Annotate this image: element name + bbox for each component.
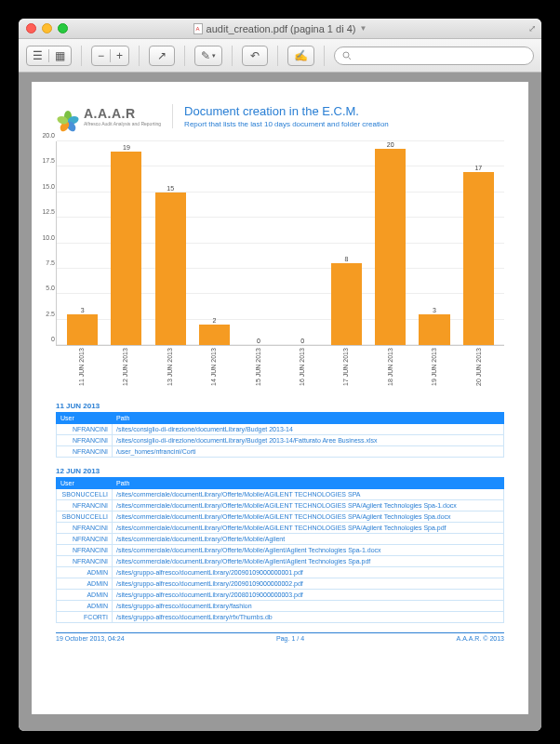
logo-mark bbox=[56, 104, 80, 128]
cell-path: /sites/gruppo-alfresco/documentLibrary/2… bbox=[113, 590, 504, 601]
chart-bar: 19 bbox=[104, 141, 148, 345]
cell-user: SBONUCCELLI bbox=[57, 512, 113, 523]
chart-bar: 0 bbox=[280, 141, 324, 345]
chart-bar: 20 bbox=[368, 141, 412, 345]
col-path: Path bbox=[113, 478, 504, 489]
section-date: 12 JUN 2013 bbox=[56, 467, 504, 475]
table-row: SBONUCCELLI/sites/commerciale/documentLi… bbox=[57, 512, 504, 523]
logo-text: A.A.A.R bbox=[84, 106, 161, 121]
cell-user: NFRANCINI bbox=[57, 534, 113, 545]
col-user: User bbox=[57, 478, 113, 489]
svg-line-1 bbox=[349, 57, 352, 60]
table-row: ADMIN/sites/gruppo-alfresco/documentLibr… bbox=[57, 601, 504, 612]
cell-user: NFRANCINI bbox=[57, 500, 113, 512]
document-subtitle: Report that lists the last 10 days docum… bbox=[184, 120, 389, 128]
cell-path: /sites/gruppo-alfresco/documentLibrary/f… bbox=[113, 601, 504, 612]
title-dropdown-icon[interactable]: ▼ bbox=[359, 24, 367, 33]
document-title: Document creation in the E.C.M. bbox=[184, 104, 389, 118]
cell-path: /sites/gruppo-alfresco/documentLibrary/2… bbox=[113, 578, 504, 590]
document-title-block: Document creation in the E.C.M. Report t… bbox=[184, 104, 389, 128]
cell-path: /sites/commerciale/documentLibrary/Offer… bbox=[113, 500, 504, 512]
table-row: ADMIN/sites/gruppo-alfresco/documentLibr… bbox=[57, 578, 504, 590]
search-input[interactable] bbox=[334, 46, 534, 65]
cell-path: /sites/gruppo-alfresco/documentLibrary/2… bbox=[113, 567, 504, 578]
col-user: User bbox=[57, 413, 113, 424]
cell-user: ADMIN bbox=[57, 567, 113, 578]
cell-path: /sites/commerciale/documentLibrary/Offer… bbox=[113, 489, 504, 500]
table-row: ADMIN/sites/gruppo-alfresco/documentLibr… bbox=[57, 567, 504, 578]
creation-chart: 02.55.07.510.012.515.017.520.03191520082… bbox=[56, 141, 504, 346]
chart-bar: 0 bbox=[236, 141, 280, 345]
audit-table: UserPathNFRANCINI/sites/consiglio-di-dir… bbox=[56, 412, 504, 458]
cell-path: /sites/consiglio-di-direzione/documentLi… bbox=[113, 424, 504, 435]
cell-user: SBONUCCELLI bbox=[57, 489, 113, 500]
search-icon bbox=[342, 51, 352, 60]
zoom-out-icon[interactable]: − bbox=[92, 49, 111, 62]
table-row: NFRANCINI/sites/commerciale/documentLibr… bbox=[57, 534, 504, 545]
cell-path: /sites/commerciale/documentLibrary/Offer… bbox=[113, 556, 504, 567]
document-viewport[interactable]: A.A.A.R Alfresco Audit Analysis and Repo… bbox=[19, 73, 541, 731]
table-row: NFRANCINI/sites/commerciale/documentLibr… bbox=[57, 523, 504, 534]
table-row: NFRANCINI/sites/commerciale/documentLibr… bbox=[57, 545, 504, 556]
col-path: Path bbox=[113, 413, 504, 424]
table-row: NFRANCINI/sites/consiglio-di-direzione/d… bbox=[57, 424, 504, 435]
cell-user: NFRANCINI bbox=[57, 435, 113, 446]
cell-user: ADMIN bbox=[57, 590, 113, 601]
report-header: A.A.A.R Alfresco Audit Analysis and Repo… bbox=[56, 104, 504, 128]
table-row: ADMIN/sites/gruppo-alfresco/documentLibr… bbox=[57, 590, 504, 601]
table-row: SBONUCCELLI/sites/commerciale/documentLi… bbox=[57, 489, 504, 500]
logo: A.A.A.R Alfresco Audit Analysis and Repo… bbox=[56, 104, 161, 128]
view-mode-group[interactable]: ☰ ▦ bbox=[26, 46, 72, 66]
chart-bar: 3 bbox=[60, 141, 104, 345]
cell-path: /sites/consiglio-di-direzione/documentLi… bbox=[113, 435, 504, 446]
rotate-icon: ↶ bbox=[250, 49, 260, 62]
share-button[interactable]: ↗ bbox=[149, 46, 175, 66]
cell-path: /sites/gruppo-alfresco/documentLibrary/r… bbox=[113, 612, 504, 623]
cell-user: ADMIN bbox=[57, 578, 113, 590]
cell-user: FCORTI bbox=[57, 612, 113, 623]
chart-bar: 2 bbox=[193, 141, 236, 345]
cell-path: /sites/commerciale/documentLibrary/Offer… bbox=[113, 523, 504, 534]
title-text: audit_creation.pdf (pagina 1 di 4) bbox=[207, 23, 356, 34]
highlight-button[interactable]: ✎▾ bbox=[194, 46, 222, 66]
page-footer: 19 October 2013, 04:24 Pag. 1 / 4 A.A.A.… bbox=[56, 632, 504, 642]
table-row: NFRANCINI/sites/commerciale/documentLibr… bbox=[57, 500, 504, 512]
cell-user: ADMIN bbox=[57, 601, 113, 612]
highlight-icon: ✎ bbox=[201, 49, 210, 62]
chart-bar: 15 bbox=[149, 141, 193, 345]
cell-path: /user_homes/nfrancini/Corti bbox=[113, 446, 504, 458]
chart-bar: 8 bbox=[325, 141, 368, 345]
app-window: A audit_creation.pdf (pagina 1 di 4) ▼ ⤢… bbox=[19, 19, 541, 731]
logo-subtitle: Alfresco Audit Analysis and Reporting bbox=[84, 121, 161, 126]
toolbar: ☰ ▦ − + ↗ ✎▾ ↶ ✍ bbox=[19, 39, 541, 73]
cell-user: NFRANCINI bbox=[57, 446, 113, 458]
cell-path: /sites/commerciale/documentLibrary/Offer… bbox=[113, 512, 504, 523]
footer-copyright: A.A.A.R. © 2013 bbox=[457, 635, 504, 642]
cell-user: NFRANCINI bbox=[57, 556, 113, 567]
share-icon: ↗ bbox=[157, 49, 167, 62]
fullscreen-button[interactable]: ⤢ bbox=[528, 23, 536, 33]
footer-timestamp: 19 October 2013, 04:24 bbox=[56, 635, 125, 642]
cell-user: NFRANCINI bbox=[57, 545, 113, 556]
rotate-button[interactable]: ↶ bbox=[242, 46, 268, 66]
thumbnails-icon[interactable]: ▦ bbox=[49, 49, 71, 62]
markup-button[interactable]: ✍ bbox=[287, 46, 314, 66]
table-row: FCORTI/sites/gruppo-alfresco/documentLib… bbox=[57, 612, 504, 623]
zoom-in-icon[interactable]: + bbox=[111, 49, 128, 62]
titlebar: A audit_creation.pdf (pagina 1 di 4) ▼ ⤢ bbox=[19, 19, 541, 39]
cell-path: /sites/commerciale/documentLibrary/Offer… bbox=[113, 545, 504, 556]
cell-user: NFRANCINI bbox=[57, 523, 113, 534]
audit-table: UserPathSBONUCCELLI/sites/commerciale/do… bbox=[56, 477, 504, 623]
pdf-icon: A bbox=[193, 23, 203, 34]
chart-bar: 3 bbox=[412, 141, 456, 345]
section-date: 11 JUN 2013 bbox=[56, 402, 504, 410]
table-row: NFRANCINI/sites/commerciale/documentLibr… bbox=[57, 556, 504, 567]
zoom-group[interactable]: − + bbox=[91, 46, 129, 66]
window-title: A audit_creation.pdf (pagina 1 di 4) ▼ bbox=[19, 23, 541, 34]
sidebar-icon[interactable]: ☰ bbox=[27, 49, 49, 62]
data-tables: 11 JUN 2013UserPathNFRANCINI/sites/consi… bbox=[56, 402, 504, 623]
chart-x-axis: 11 JUN 201312 JUN 201313 JUN 201314 JUN … bbox=[56, 348, 504, 392]
pdf-page: A.A.A.R Alfresco Audit Analysis and Repo… bbox=[32, 82, 528, 714]
cell-path: /sites/commerciale/documentLibrary/Offer… bbox=[113, 534, 504, 545]
markup-icon: ✍ bbox=[294, 49, 308, 62]
